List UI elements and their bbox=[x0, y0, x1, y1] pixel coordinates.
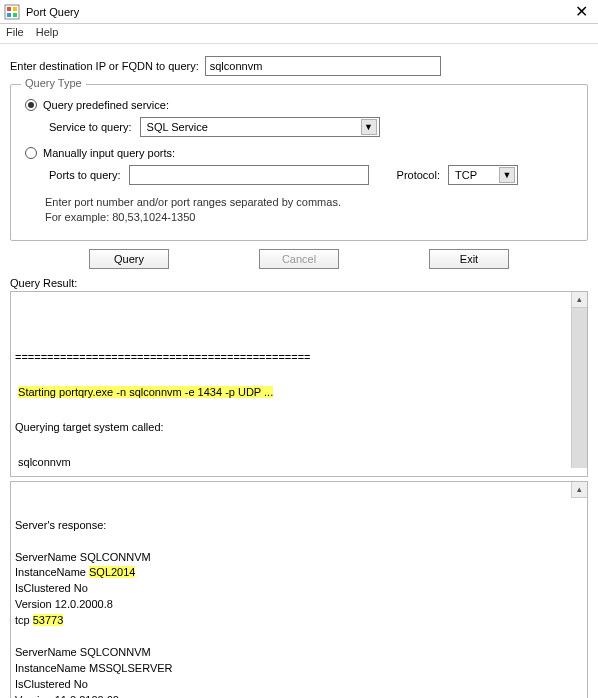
r1-sep: ========================================… bbox=[15, 351, 311, 363]
service-label: Service to query: bbox=[49, 121, 132, 133]
result-box-2: ▴ Server's response: ServerName SQLCONNV… bbox=[10, 481, 588, 698]
r2-s1a: ServerName SQLCONNVM bbox=[15, 551, 151, 563]
dest-label: Enter destination IP or FQDN to query: bbox=[10, 60, 199, 72]
titlebar: Port Query ✕ bbox=[0, 0, 598, 24]
menubar: File Help bbox=[0, 24, 598, 44]
protocol-select[interactable]: TCP ▼ bbox=[448, 165, 518, 185]
radio-predefined[interactable] bbox=[25, 99, 37, 111]
close-button[interactable]: ✕ bbox=[569, 2, 594, 21]
help-line-2: For example: 80,53,1024-1350 bbox=[45, 210, 573, 225]
cancel-button[interactable]: Cancel bbox=[259, 249, 339, 269]
exit-button[interactable]: Exit bbox=[429, 249, 509, 269]
r2-s1c: IsClustered No bbox=[15, 582, 88, 594]
help-line-1: Enter port number and/or port ranges sep… bbox=[45, 195, 573, 210]
result-label: Query Result: bbox=[10, 277, 588, 289]
scroll-up-icon[interactable]: ▴ bbox=[571, 292, 587, 308]
r2-s2a: ServerName SQLCONNVM bbox=[15, 646, 151, 658]
scrollbar-thumb[interactable] bbox=[571, 308, 587, 468]
r2-s1d: Version 12.0.2000.8 bbox=[15, 598, 113, 610]
r2-s1e-hl: 53773 bbox=[33, 614, 64, 626]
svg-rect-4 bbox=[13, 13, 17, 17]
r1-start: Starting portqry.exe -n sqlconnvm -e 143… bbox=[18, 386, 273, 398]
ports-input[interactable] bbox=[129, 165, 369, 185]
r2-s1e-pre: tcp bbox=[15, 614, 33, 626]
radio-manual[interactable] bbox=[25, 147, 37, 159]
protocol-label: Protocol: bbox=[397, 169, 440, 181]
r2-s1b-pre: InstanceName bbox=[15, 566, 89, 578]
r1-l1: Querying target system called: bbox=[15, 421, 164, 433]
dest-input[interactable] bbox=[205, 56, 441, 76]
svg-rect-1 bbox=[7, 7, 11, 11]
r2-s1b-hl: SQL2014 bbox=[89, 566, 135, 578]
menu-help[interactable]: Help bbox=[36, 26, 59, 41]
r2-s2d: Version 11.0.2100.60 bbox=[15, 694, 119, 698]
window-title: Port Query bbox=[26, 6, 79, 18]
chevron-down-icon: ▼ bbox=[361, 119, 377, 135]
query-type-fieldset: Query Type Query predefined service: Ser… bbox=[10, 84, 588, 241]
r1-l2: sqlconnvm bbox=[15, 456, 71, 468]
radio-predefined-label: Query predefined service: bbox=[43, 99, 169, 111]
menu-file[interactable]: File bbox=[6, 26, 24, 41]
r2-hdr: Server's response: bbox=[15, 519, 106, 531]
protocol-value: TCP bbox=[455, 169, 477, 181]
query-type-legend: Query Type bbox=[21, 77, 86, 89]
app-icon bbox=[4, 4, 20, 20]
radio-manual-label: Manually input query ports: bbox=[43, 147, 175, 159]
r2-s2c: IsClustered No bbox=[15, 678, 88, 690]
chevron-down-icon: ▼ bbox=[499, 167, 515, 183]
service-value: SQL Service bbox=[147, 121, 208, 133]
ports-label: Ports to query: bbox=[49, 169, 121, 181]
service-select[interactable]: SQL Service ▼ bbox=[140, 117, 380, 137]
query-button[interactable]: Query bbox=[89, 249, 169, 269]
svg-rect-2 bbox=[13, 7, 17, 11]
result-box-1: ▴ ======================================… bbox=[10, 291, 588, 477]
scroll-up-icon[interactable]: ▴ bbox=[571, 482, 587, 498]
svg-rect-3 bbox=[7, 13, 11, 17]
r2-s2b: InstanceName MSSQLSERVER bbox=[15, 662, 173, 674]
